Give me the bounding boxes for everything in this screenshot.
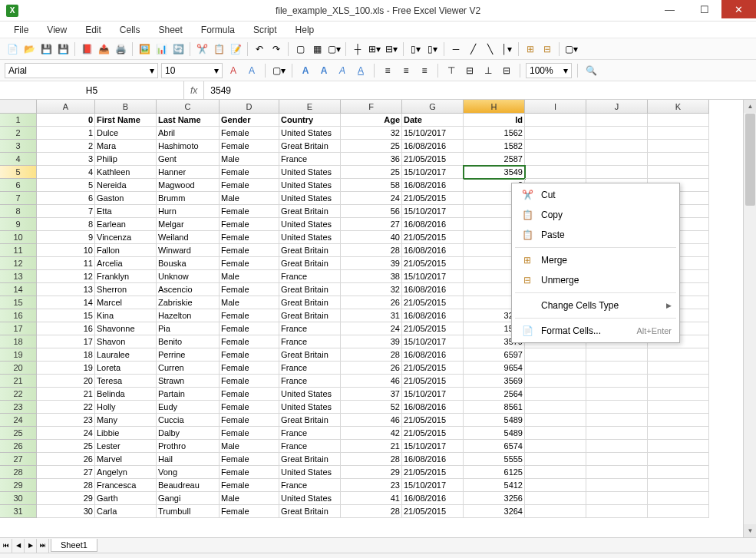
cell-reference[interactable]: H5: [0, 81, 184, 99]
ctx-paste[interactable]: 📋 Paste: [512, 225, 679, 245]
tab-next-icon[interactable]: ▶: [25, 539, 37, 553]
cell[interactable]: Female: [220, 244, 279, 257]
cell[interactable]: Bouska: [157, 257, 220, 270]
valign-mid-icon[interactable]: ⊟: [462, 63, 477, 78]
cell[interactable]: Beaudreau: [157, 479, 220, 492]
cell[interactable]: Earlean: [95, 218, 157, 231]
cell[interactable]: Unknow: [157, 270, 220, 283]
cell[interactable]: Female: [220, 466, 279, 479]
ctx-copy[interactable]: 📋 Copy: [512, 205, 679, 225]
cell[interactable]: Gangi: [157, 492, 220, 505]
cell[interactable]: United States: [279, 192, 341, 205]
cell[interactable]: Female: [220, 218, 279, 231]
cell[interactable]: [586, 388, 648, 401]
cell[interactable]: 21/05/2015: [402, 322, 464, 335]
cell[interactable]: 21: [37, 388, 95, 401]
cell[interactable]: 28: [341, 244, 402, 257]
cell[interactable]: Shavonne: [95, 322, 157, 335]
cell[interactable]: Female: [220, 179, 279, 192]
cell[interactable]: 1582: [464, 140, 525, 153]
cell[interactable]: Cuccia: [157, 414, 220, 427]
cell[interactable]: 1562: [464, 127, 525, 140]
cell[interactable]: [525, 348, 586, 362]
row-header-9[interactable]: 9: [0, 218, 37, 231]
cell[interactable]: 21: [341, 440, 402, 453]
row-header-14[interactable]: 14: [0, 283, 37, 296]
cell[interactable]: [648, 114, 709, 127]
cell[interactable]: Great Britain: [279, 453, 341, 466]
cell[interactable]: Female: [220, 127, 279, 140]
cell[interactable]: United States: [279, 166, 341, 179]
cell[interactable]: Curren: [157, 362, 220, 375]
cell[interactable]: Hanner: [157, 166, 220, 179]
row-header-21[interactable]: 21: [0, 375, 37, 388]
cell[interactable]: Great Britain: [279, 283, 341, 296]
cell[interactable]: 21/05/2015: [402, 153, 464, 166]
border-color-icon[interactable]: ▢▾: [326, 41, 342, 57]
cell[interactable]: 29: [341, 466, 402, 479]
select-all-corner[interactable]: [0, 100, 37, 114]
cell[interactable]: 21/05/2015: [402, 296, 464, 309]
undo-icon[interactable]: ↶: [252, 41, 267, 57]
close-button[interactable]: ✕: [721, 0, 756, 18]
cell[interactable]: 16: [37, 322, 95, 335]
row-header-5[interactable]: 5: [0, 166, 37, 179]
cell[interactable]: [525, 127, 586, 140]
border-outside-icon[interactable]: ⊞▾: [367, 41, 382, 57]
cell[interactable]: 29: [37, 492, 95, 505]
zoom-select[interactable]: 100%▾: [526, 63, 572, 78]
cell[interactable]: 28: [341, 453, 402, 466]
cell[interactable]: Great Britain: [279, 296, 341, 309]
cell[interactable]: United States: [279, 127, 341, 140]
cell[interactable]: Great Britain: [279, 257, 341, 270]
cell[interactable]: Shavon: [95, 335, 157, 348]
cell[interactable]: 20: [37, 375, 95, 388]
cell[interactable]: Female: [220, 388, 279, 401]
diag1-icon[interactable]: ╱: [465, 41, 480, 57]
cell[interactable]: Partain: [157, 388, 220, 401]
col-header-B[interactable]: B: [95, 100, 157, 114]
cell[interactable]: [525, 401, 586, 414]
cell[interactable]: Id: [464, 114, 525, 127]
cell[interactable]: [525, 414, 586, 427]
cell[interactable]: 10: [37, 244, 95, 257]
cell[interactable]: Hashimoto: [157, 140, 220, 153]
cell[interactable]: 46: [341, 375, 402, 388]
cell[interactable]: 25: [37, 440, 95, 453]
cell[interactable]: Belinda: [95, 388, 157, 401]
row-header-24[interactable]: 24: [0, 414, 37, 427]
cell[interactable]: Eudy: [157, 401, 220, 414]
row-header-6[interactable]: 6: [0, 179, 37, 192]
cell[interactable]: Hurn: [157, 205, 220, 218]
col-header-G[interactable]: G: [402, 100, 464, 114]
cell[interactable]: 6574: [464, 440, 525, 453]
cell[interactable]: 21/05/2015: [402, 257, 464, 270]
menu-script[interactable]: Script: [246, 23, 285, 37]
cell[interactable]: 19: [37, 362, 95, 375]
cell[interactable]: [648, 492, 709, 505]
cell[interactable]: Female: [220, 140, 279, 153]
diag2-icon[interactable]: ╲: [482, 41, 497, 57]
ctx-cut[interactable]: ✂️ Cut: [512, 185, 679, 205]
cell[interactable]: Weiland: [157, 231, 220, 244]
cell[interactable]: 41: [341, 492, 402, 505]
cell[interactable]: 16/08/2016: [402, 218, 464, 231]
cell[interactable]: Many: [95, 414, 157, 427]
border-left-icon[interactable]: ▯▾: [408, 41, 423, 57]
border-all-icon[interactable]: ▦: [309, 41, 325, 57]
pdf-icon[interactable]: 📕: [79, 41, 94, 57]
cell[interactable]: 6: [37, 192, 95, 205]
scrollbar-vertical[interactable]: ▲ ▼: [743, 100, 756, 537]
refresh-icon[interactable]: 🔄: [170, 41, 186, 57]
cell[interactable]: 26: [341, 296, 402, 309]
cell[interactable]: [586, 414, 648, 427]
cell[interactable]: 15/10/2017: [402, 440, 464, 453]
cell[interactable]: 7: [37, 205, 95, 218]
cell[interactable]: 21/05/2015: [402, 414, 464, 427]
cell[interactable]: Female: [220, 348, 279, 362]
cell[interactable]: Pia: [157, 322, 220, 335]
maximize-button[interactable]: ☐: [687, 0, 721, 18]
cell[interactable]: 37: [341, 388, 402, 401]
cell[interactable]: United States: [279, 231, 341, 244]
menu-cells[interactable]: Cells: [112, 23, 148, 37]
